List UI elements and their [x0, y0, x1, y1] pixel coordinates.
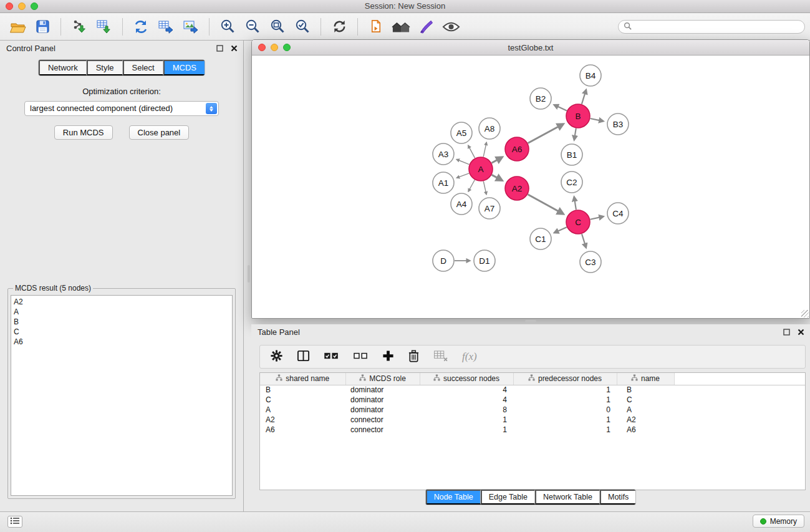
- table-settings-button[interactable]: [270, 349, 283, 364]
- save-session-button[interactable]: [30, 16, 55, 38]
- network-zoom-icon[interactable]: [283, 44, 291, 51]
- node-B4[interactable]: B4: [580, 65, 601, 86]
- node-D1[interactable]: D1: [474, 250, 495, 271]
- tab-style[interactable]: Style: [87, 60, 123, 75]
- tab-network[interactable]: Network: [39, 60, 87, 75]
- zoom-window-icon[interactable]: [31, 2, 38, 10]
- edge-A-A1[interactable]: [456, 173, 469, 178]
- node-C2[interactable]: C2: [561, 172, 582, 193]
- search-box[interactable]: [618, 20, 805, 34]
- node-C4[interactable]: C4: [607, 203, 629, 224]
- table-row[interactable]: A2connector11A2: [260, 415, 805, 425]
- edge-A-A2[interactable]: [492, 175, 503, 180]
- task-history-button[interactable]: [7, 516, 22, 528]
- apply-style-button[interactable]: [413, 16, 438, 38]
- close-panel-icon[interactable]: [797, 328, 805, 336]
- resize-grip[interactable]: [801, 310, 809, 317]
- node-C3[interactable]: C3: [580, 251, 601, 273]
- tab-network-table[interactable]: Network Table: [535, 490, 600, 505]
- close-panel-icon[interactable]: [230, 44, 238, 52]
- column-header-shared-name[interactable]: shared name: [260, 373, 345, 385]
- delete-table-button[interactable]: [433, 350, 448, 364]
- tab-motifs[interactable]: Motifs: [600, 490, 635, 505]
- zoom-out-button[interactable]: [240, 16, 265, 38]
- node-table-container[interactable]: shared name MCDS role successor nodes pr…: [259, 372, 806, 490]
- show-columns-button[interactable]: [297, 349, 310, 364]
- table-row[interactable]: Adominator80A: [260, 405, 805, 415]
- edge-C-C4[interactable]: [591, 216, 604, 220]
- edge-A-A6[interactable]: [492, 157, 503, 163]
- table-row[interactable]: Cdominator41C: [260, 395, 805, 405]
- export-image-button[interactable]: [178, 16, 203, 38]
- edge-B-B4[interactable]: [582, 90, 586, 104]
- edge-A-A4[interactable]: [468, 180, 475, 192]
- close-window-icon[interactable]: [6, 2, 13, 10]
- network-overview-button[interactable]: [388, 16, 413, 38]
- node-B3[interactable]: B3: [607, 114, 629, 135]
- function-builder-button[interactable]: f(x): [462, 351, 477, 363]
- edge-C-C3[interactable]: [582, 234, 586, 248]
- edge-B-B3[interactable]: [591, 118, 604, 121]
- node-A4[interactable]: A4: [451, 193, 472, 215]
- node-C[interactable]: C: [566, 210, 590, 234]
- column-header-predecessor-nodes[interactable]: predecessor nodes: [513, 373, 617, 385]
- column-header-mcds-role[interactable]: MCDS role: [345, 373, 420, 385]
- edge-B-B1[interactable]: [574, 128, 576, 140]
- network-window-titlebar[interactable]: testGlobe.txt: [252, 40, 809, 56]
- apply-layout-button[interactable]: [327, 16, 352, 38]
- node-A[interactable]: A: [469, 157, 493, 181]
- splitter-handle[interactable]: [525, 320, 536, 322]
- open-recent-button[interactable]: [364, 16, 388, 38]
- tab-mcds[interactable]: MCDS: [163, 60, 205, 75]
- export-network-button[interactable]: [128, 16, 153, 38]
- splitter-handle[interactable]: [248, 265, 250, 283]
- float-panel-icon[interactable]: [216, 44, 224, 52]
- node-B2[interactable]: B2: [530, 88, 551, 109]
- edge-A-A5[interactable]: [468, 145, 475, 158]
- node-A5[interactable]: A5: [451, 122, 472, 143]
- deselect-all-button[interactable]: [353, 351, 369, 362]
- zoom-in-button[interactable]: [215, 16, 240, 38]
- node-A8[interactable]: A8: [479, 118, 500, 139]
- table-row[interactable]: A6connector11A6: [260, 425, 805, 435]
- node-C1[interactable]: C1: [530, 228, 551, 249]
- import-table-button[interactable]: [92, 16, 117, 38]
- node-A7[interactable]: A7: [479, 198, 500, 219]
- network-close-icon[interactable]: [258, 44, 266, 51]
- edge-C-C2[interactable]: [574, 197, 576, 210]
- add-column-button[interactable]: [382, 350, 394, 364]
- zoom-fit-button[interactable]: [265, 16, 290, 38]
- network-minimize-icon[interactable]: [271, 44, 278, 51]
- run-mcds-button[interactable]: Run MCDS: [54, 125, 113, 140]
- column-header-successor-nodes[interactable]: successor nodes: [420, 373, 513, 385]
- node-B1[interactable]: B1: [561, 144, 582, 165]
- edge-C-C1[interactable]: [554, 227, 567, 233]
- node-B[interactable]: B: [566, 104, 590, 128]
- node-D[interactable]: D: [433, 250, 454, 271]
- close-panel-button[interactable]: Close panel: [129, 125, 190, 140]
- edge-A-A8[interactable]: [483, 142, 486, 157]
- edge-A6-B[interactable]: [528, 124, 564, 143]
- minimize-window-icon[interactable]: [18, 2, 26, 10]
- delete-column-button[interactable]: [408, 349, 420, 364]
- edge-B-B2[interactable]: [554, 105, 567, 110]
- float-panel-icon[interactable]: [783, 328, 791, 336]
- zoom-selected-button[interactable]: [290, 16, 315, 38]
- tab-node-table[interactable]: Node Table: [426, 490, 481, 505]
- column-header-name[interactable]: name: [617, 373, 674, 385]
- memory-button[interactable]: Memory: [753, 515, 804, 528]
- node-A6[interactable]: A6: [505, 137, 529, 161]
- search-input[interactable]: [635, 22, 804, 31]
- node-A3[interactable]: A3: [433, 143, 454, 165]
- import-network-button[interactable]: [67, 16, 92, 38]
- criterion-dropdown[interactable]: largest connected component (directed): [24, 101, 219, 116]
- edge-A-A3[interactable]: [456, 160, 469, 165]
- open-session-button[interactable]: [5, 16, 30, 38]
- table-row[interactable]: Bdominator41B: [260, 385, 805, 395]
- select-all-button[interactable]: [324, 351, 339, 362]
- mcds-result-list[interactable]: A2ABCA6: [11, 295, 233, 496]
- node-A1[interactable]: A1: [433, 172, 454, 193]
- graphics-details-button[interactable]: [438, 16, 463, 38]
- network-graph[interactable]: B4B2BB3A8A5A6A3B1AC2A1A2A4A7C4CC1C3DD1: [252, 56, 809, 318]
- network-canvas[interactable]: B4B2BB3A8A5A6A3B1AC2A1A2A4A7C4CC1C3DD1: [252, 56, 809, 318]
